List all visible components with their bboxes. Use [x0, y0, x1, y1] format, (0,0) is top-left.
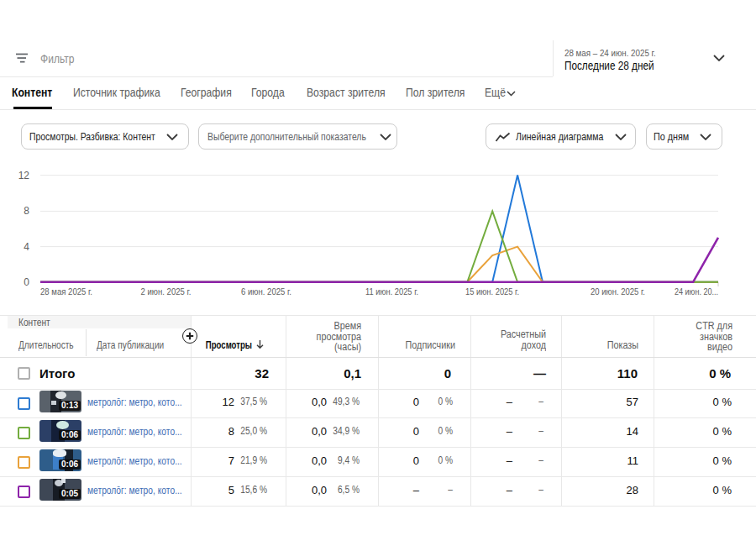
svg-text:4: 4 [24, 241, 29, 253]
svg-text:15 июн. 2025 г.: 15 июн. 2025 г. [465, 286, 519, 297]
svg-text:24 июн. 20...: 24 июн. 20... [675, 286, 718, 297]
svg-text:20 июн. 2025 г.: 20 июн. 2025 г. [591, 286, 645, 297]
svg-text:28 мая 2025 г.: 28 мая 2025 г. [40, 286, 92, 297]
svg-text:0: 0 [24, 276, 29, 288]
svg-text:2 июн. 2025 г.: 2 июн. 2025 г. [141, 286, 192, 297]
svg-text:11 июн. 2025 г.: 11 июн. 2025 г. [365, 286, 418, 297]
svg-text:8: 8 [24, 205, 29, 217]
svg-text:12: 12 [18, 170, 30, 181]
svg-text:6 июн. 2025 г.: 6 июн. 2025 г. [241, 286, 291, 297]
